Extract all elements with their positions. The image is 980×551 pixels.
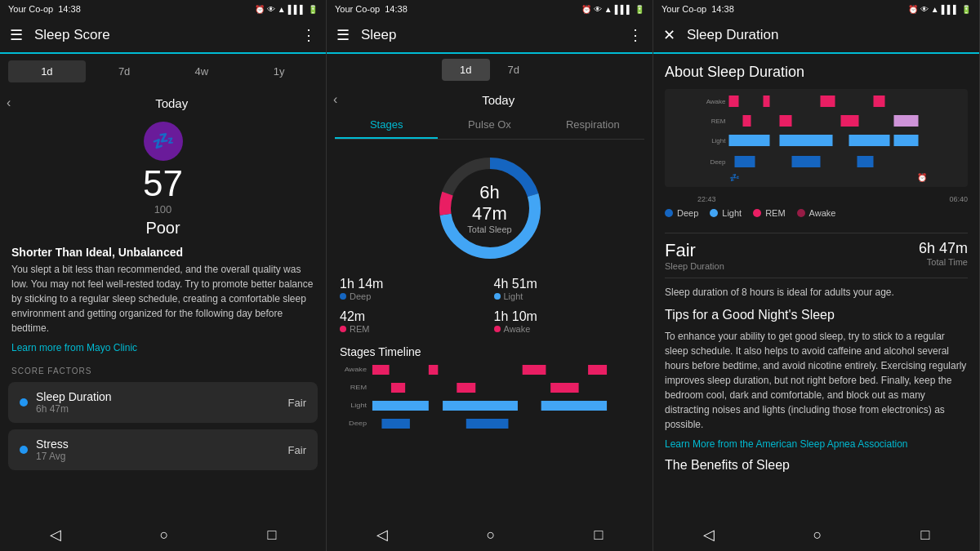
stat-rem: 42m REM: [340, 309, 486, 334]
svg-text:REM: REM: [711, 118, 726, 125]
close-bar: ✕ Sleep Duration: [653, 18, 979, 54]
back-button-2[interactable]: ◁: [376, 526, 388, 544]
stat-deep-value: 1h 14m: [340, 277, 486, 291]
home-button-2[interactable]: ○: [487, 527, 496, 544]
time-1: 14:38: [58, 4, 81, 14]
status-right-1: ⏰ 👁 ▲ ▌▌▌ 🔋: [255, 5, 318, 14]
svg-rect-29: [780, 115, 792, 127]
signal-icon: ▌▌▌: [288, 5, 305, 14]
tab-4w-p1[interactable]: 4w: [163, 60, 241, 82]
legend-row: Deep Light REM Awake: [665, 205, 968, 226]
home-button-1[interactable]: ○: [160, 527, 169, 544]
svg-rect-28: [743, 115, 751, 127]
dur-time: 6h 47m: [919, 240, 968, 257]
bottom-nav-2: ◁ ○ □: [327, 518, 653, 551]
stat-deep-label: Deep: [340, 291, 486, 301]
sleep-stages-chart: Awake REM Light Deep: [665, 89, 968, 187]
menu-icon[interactable]: ☰: [10, 26, 23, 44]
recents-button-2[interactable]: □: [595, 527, 604, 544]
battery-icon: 🔋: [308, 5, 318, 14]
eye-icon-3: 👁: [920, 5, 929, 14]
divider-1: [665, 233, 968, 233]
sleep-panel: Your Co-op 14:38 ⏰ 👁 ▲ ▌▌▌ 🔋 ☰ Sleep ⋮ 1…: [327, 0, 653, 551]
status-bar-2: Your Co-op 14:38 ⏰ 👁 ▲ ▌▌▌ 🔋: [327, 0, 653, 18]
status-left-2: Your Co-op 14:38: [335, 4, 408, 14]
back-button-1[interactable]: ◁: [50, 526, 61, 544]
nav-date-1: Today: [17, 96, 326, 110]
awake-dot: [494, 326, 501, 332]
stages-chart-svg: Awake REM Light Deep: [665, 89, 968, 187]
stat-deep: 1h 14m Deep: [340, 277, 486, 301]
status-right-2: ⏰ 👁 ▲ ▌▌▌ 🔋: [581, 5, 644, 14]
time-tabs-2: 1d 7d: [327, 54, 653, 86]
mayo-link[interactable]: Learn more from Mayo Clinic: [0, 335, 326, 360]
donut-center: 6h 47m Total Sleep: [461, 182, 519, 234]
tab-1d-p2[interactable]: 1d: [442, 59, 489, 81]
desc-title: Shorter Than Ideal, Unbalanced: [0, 246, 326, 262]
panel3-title: Sleep Duration: [687, 27, 969, 43]
back-button-3[interactable]: ◁: [703, 526, 715, 544]
svg-rect-35: [894, 135, 919, 146]
tab-respiration[interactable]: Respiration: [541, 112, 644, 139]
donut-chart: 6h 47m Total Sleep: [433, 151, 547, 265]
close-icon[interactable]: ✕: [663, 26, 675, 44]
tab-7d-p2[interactable]: 7d: [490, 59, 537, 81]
svg-rect-12: [391, 383, 405, 393]
sleep-icon: 💤: [144, 122, 183, 161]
stat-rem-value: 42m: [340, 309, 486, 324]
svg-rect-37: [792, 156, 821, 167]
recents-button-3[interactable]: □: [921, 527, 930, 544]
svg-rect-36: [735, 156, 755, 167]
dur-rating: Fair: [665, 240, 724, 261]
time-3: 14:38: [711, 4, 734, 14]
tab-stages[interactable]: Stages: [335, 112, 438, 139]
panel3-content: About Sleep Duration Awake REM Light Dee…: [653, 54, 979, 518]
sub-tabs: Stages Pulse Ox Respiration: [335, 112, 644, 140]
stat-awake-value: 1h 10m: [494, 309, 640, 324]
svg-rect-24: [729, 96, 739, 107]
legend-light: Light: [710, 208, 742, 218]
nav-date-2: Today: [344, 93, 653, 107]
donut-time: 6h 47m: [461, 182, 519, 224]
nav-row-2: ‹ Today: [327, 86, 653, 112]
status-left-1: Your Co-op 14:38: [8, 4, 81, 14]
svg-text:⏰: ⏰: [917, 172, 928, 183]
bottom-nav-1: ◁ ○ □: [0, 518, 326, 551]
stat-rem-label: REM: [340, 324, 486, 334]
score-icon-area: 💤: [0, 122, 326, 161]
wifi-icon: ▲: [278, 5, 286, 14]
menu-icon-2[interactable]: ☰: [336, 26, 350, 44]
rem-dot: [340, 326, 346, 332]
home-button-3[interactable]: ○: [813, 527, 822, 544]
tab-1y-p1[interactable]: 1y: [240, 60, 318, 82]
status-right-3: ⏰ 👁 ▲ ▌▌▌ 🔋: [908, 5, 971, 14]
dur-time-label: Total Time: [919, 257, 968, 267]
apnea-link[interactable]: Learn More from the American Sleep Apnea…: [665, 438, 968, 450]
svg-rect-14: [550, 383, 578, 393]
stat-awake-label: Awake: [494, 324, 640, 334]
carrier-1: Your Co-op: [8, 4, 53, 14]
timeline-svg: Awake REM Light Deep: [335, 362, 644, 435]
signal-icon-3: ▌▌▌: [942, 5, 959, 14]
tab-1d-p1[interactable]: 1d: [8, 60, 86, 82]
more-icon-2[interactable]: ⋮: [628, 26, 643, 44]
svg-text:Light: Light: [711, 137, 726, 144]
svg-text:REM: REM: [350, 384, 367, 391]
svg-rect-27: [874, 96, 885, 107]
factor-info-1: Sleep Duration 6h 47m: [36, 390, 288, 415]
legend-dot-awake: [797, 209, 805, 217]
svg-text:Deep: Deep: [349, 420, 367, 427]
tab-pulseox[interactable]: Pulse Ox: [438, 112, 541, 139]
benefits-title: The Benefits of Sleep: [665, 458, 968, 473]
more-options-icon[interactable]: ⋮: [301, 26, 316, 44]
prev-arrow-2[interactable]: ‹: [327, 89, 344, 110]
prev-arrow-1[interactable]: ‹: [0, 92, 17, 113]
tab-7d-p1[interactable]: 7d: [86, 60, 163, 82]
recents-button-1[interactable]: □: [268, 527, 277, 544]
alarm-icon: ⏰: [255, 5, 265, 14]
panel2-title: Sleep: [361, 27, 628, 43]
score-label: Poor: [0, 219, 326, 238]
factor-stress[interactable]: Stress 17 Avg Fair: [8, 429, 318, 470]
factor-sleep-duration[interactable]: Sleep Duration 6h 47m Fair: [8, 382, 318, 423]
svg-rect-26: [821, 96, 835, 107]
